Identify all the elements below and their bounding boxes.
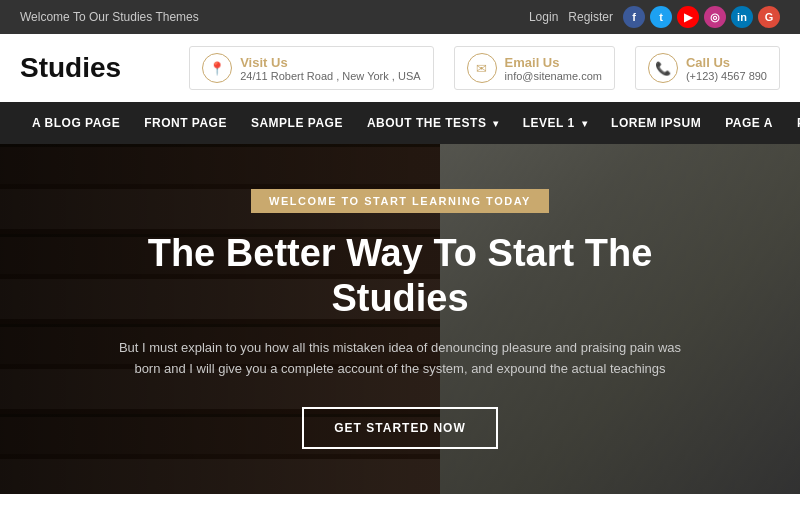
- linkedin-icon[interactable]: in: [731, 6, 753, 28]
- level-dropdown-arrow: ▾: [582, 118, 588, 129]
- login-link[interactable]: Login: [529, 10, 558, 24]
- header-contacts: 📍 Visit Us 24/11 Robert Road , New York …: [189, 46, 780, 90]
- hero-section: Welcome To Start Learning Today The Bett…: [0, 144, 800, 494]
- instagram-icon[interactable]: ◎: [704, 6, 726, 28]
- hero-subtitle: But I must explain to you how all this m…: [110, 338, 690, 380]
- twitter-icon[interactable]: t: [650, 6, 672, 28]
- email-icon: ✉: [467, 53, 497, 83]
- email-value: info@sitename.com: [505, 70, 602, 82]
- site-logo[interactable]: Studies: [20, 52, 140, 84]
- facebook-icon[interactable]: f: [623, 6, 645, 28]
- phone-text: Call Us (+123) 4567 890: [686, 55, 767, 82]
- youtube-icon[interactable]: ▶: [677, 6, 699, 28]
- phone-contact: 📞 Call Us (+123) 4567 890: [635, 46, 780, 90]
- visit-value: 24/11 Robert Road , New York , USA: [240, 70, 420, 82]
- hero-content: Welcome To Start Learning Today The Bett…: [0, 144, 800, 494]
- welcome-text: Welcome To Our Studies Themes: [20, 10, 199, 24]
- nav-link-level[interactable]: Level 1 ▾: [511, 102, 599, 144]
- nav-link-about[interactable]: About The Tests ▾: [355, 102, 511, 144]
- nav-link-blog[interactable]: A Blog Page: [20, 102, 132, 144]
- nav-item-sample: Sample Page: [239, 102, 355, 144]
- hero-title: The Better Way To Start The Studies: [100, 231, 700, 322]
- top-bar: Welcome To Our Studies Themes Login Regi…: [0, 0, 800, 34]
- hero-badge: Welcome To Start Learning Today: [251, 189, 549, 213]
- register-link[interactable]: Register: [568, 10, 613, 24]
- visit-label: Visit Us: [240, 55, 420, 70]
- top-bar-right: Login Register f t ▶ ◎ in G: [529, 6, 780, 28]
- main-nav: A Blog Page Front Page Sample Page About…: [0, 102, 800, 144]
- nav-item-page-a: Page A: [713, 102, 785, 144]
- nav-item-about: About The Tests ▾: [355, 102, 511, 144]
- email-text: Email Us info@sitename.com: [505, 55, 602, 82]
- visit-contact: 📍 Visit Us 24/11 Robert Road , New York …: [189, 46, 433, 90]
- about-dropdown-arrow: ▾: [493, 118, 499, 129]
- nav-link-page-b[interactable]: Page B: [785, 102, 800, 144]
- header: Studies 📍 Visit Us 24/11 Robert Road , N…: [0, 34, 800, 102]
- phone-icon: 📞: [648, 53, 678, 83]
- nav-link-lorem[interactable]: Lorem Ipsum: [599, 102, 713, 144]
- email-contact: ✉ Email Us info@sitename.com: [454, 46, 615, 90]
- nav-item-blog: A Blog Page: [20, 102, 132, 144]
- phone-label: Call Us: [686, 55, 767, 70]
- nav-item-level: Level 1 ▾: [511, 102, 599, 144]
- phone-value: (+123) 4567 890: [686, 70, 767, 82]
- email-label: Email Us: [505, 55, 602, 70]
- hero-cta-button[interactable]: Get Started Now: [302, 407, 497, 449]
- google-plus-icon[interactable]: G: [758, 6, 780, 28]
- visit-text: Visit Us 24/11 Robert Road , New York , …: [240, 55, 420, 82]
- nav-link-sample[interactable]: Sample Page: [239, 102, 355, 144]
- nav-link-page-a[interactable]: Page A: [713, 102, 785, 144]
- nav-list: A Blog Page Front Page Sample Page About…: [20, 102, 780, 144]
- social-icons: f t ▶ ◎ in G: [623, 6, 780, 28]
- location-icon: 📍: [202, 53, 232, 83]
- nav-item-page-b: Page B: [785, 102, 800, 144]
- nav-link-front[interactable]: Front Page: [132, 102, 239, 144]
- nav-item-front: Front Page: [132, 102, 239, 144]
- nav-item-lorem: Lorem Ipsum: [599, 102, 713, 144]
